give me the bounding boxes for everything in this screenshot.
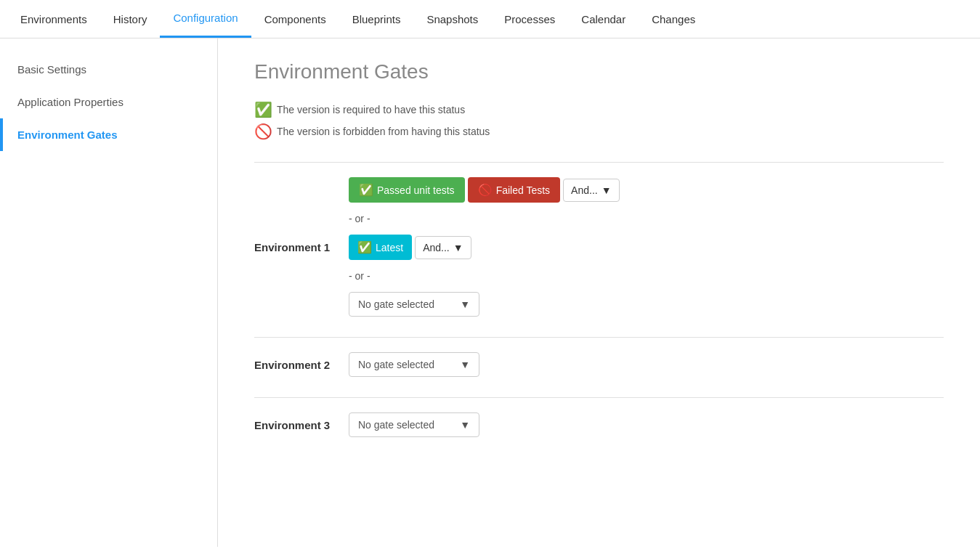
nav-blueprints[interactable]: Blueprints [339, 1, 414, 37]
env1-gate-row2: Environment 1 ✅ Latest And... ▼ [254, 235, 944, 260]
main-layout: Basic Settings Application Properties En… [0, 38, 980, 547]
and-dropdown-1[interactable]: And... ▼ [563, 179, 619, 202]
env2-label: Environment 2 [254, 359, 349, 371]
env1-gate-row3: No gate selected ▼ [254, 292, 944, 317]
environment-3-section: Environment 3 No gate selected ▼ [254, 397, 944, 458]
passed-unit-tests-badge[interactable]: ✅ Passed unit tests [349, 177, 465, 203]
env1-gate-group2: ✅ Latest And... ▼ [349, 235, 471, 260]
forbidden-circle-icon: 🚫 [254, 123, 272, 140]
env1-label: Environment 1 [254, 241, 349, 253]
environment-1-section: ✅ Passed unit tests 🚫 Failed Tests And..… [254, 162, 944, 337]
or-text-2: - or - [349, 270, 370, 282]
and-dropdown-2[interactable]: And... ▼ [415, 236, 471, 259]
env3-no-gate-dropdown[interactable]: No gate selected ▼ [349, 412, 479, 437]
env3-gate-row: Environment 3 No gate selected ▼ [254, 412, 944, 437]
env1-no-gate-dropdown[interactable]: No gate selected ▼ [349, 292, 479, 317]
top-navigation: Environments History Configuration Compo… [0, 0, 980, 38]
sidebar-item-application-properties[interactable]: Application Properties [0, 86, 217, 118]
chevron-down-icon-4: ▼ [460, 359, 470, 370]
env1-or-divider-1: - or - [254, 207, 944, 230]
chevron-down-icon-5: ▼ [460, 419, 470, 431]
nav-history[interactable]: History [100, 1, 161, 37]
latest-badge[interactable]: ✅ Latest [349, 235, 412, 260]
check-icon: ✅ [359, 183, 373, 197]
main-content: Environment Gates ✅ The version is requi… [218, 38, 980, 547]
env2-no-gate-dropdown[interactable]: No gate selected ▼ [349, 352, 479, 377]
sidebar-item-environment-gates[interactable]: Environment Gates [0, 118, 217, 151]
nav-calendar[interactable]: Calendar [568, 1, 639, 37]
nav-snapshots[interactable]: Snapshots [413, 1, 491, 37]
chevron-down-icon-2: ▼ [453, 242, 463, 253]
environment-2-section: Environment 2 No gate selected ▼ [254, 337, 944, 397]
nav-environments[interactable]: Environments [7, 1, 100, 37]
failed-tests-badge[interactable]: 🚫 Failed Tests [468, 177, 560, 203]
page-title: Environment Gates [254, 60, 944, 84]
nav-components[interactable]: Components [251, 1, 339, 37]
check-icon-cyan: ✅ [357, 240, 372, 254]
or-text-1: - or - [349, 213, 370, 224]
env2-gate-row: Environment 2 No gate selected ▼ [254, 352, 944, 377]
env1-or-divider-2: - or - [254, 264, 944, 288]
nav-configuration[interactable]: Configuration [160, 0, 251, 38]
chevron-down-icon: ▼ [602, 184, 612, 196]
legend-required: ✅ The version is required to have this s… [254, 101, 944, 118]
check-circle-icon: ✅ [254, 101, 272, 118]
nav-changes[interactable]: Changes [639, 1, 708, 37]
env1-gate-group1: ✅ Passed unit tests 🚫 Failed Tests And..… [349, 177, 620, 203]
env1-gate-row1: ✅ Passed unit tests 🚫 Failed Tests And..… [254, 177, 944, 203]
nav-processes[interactable]: Processes [491, 1, 568, 37]
chevron-down-icon-3: ▼ [460, 298, 470, 310]
legend-forbidden: 🚫 The version is forbidden from having t… [254, 123, 944, 140]
sidebar: Basic Settings Application Properties En… [0, 38, 218, 547]
legend: ✅ The version is required to have this s… [254, 101, 944, 140]
sidebar-item-basic-settings[interactable]: Basic Settings [0, 53, 217, 86]
env3-label: Environment 3 [254, 419, 349, 431]
forbidden-icon: 🚫 [478, 183, 493, 197]
